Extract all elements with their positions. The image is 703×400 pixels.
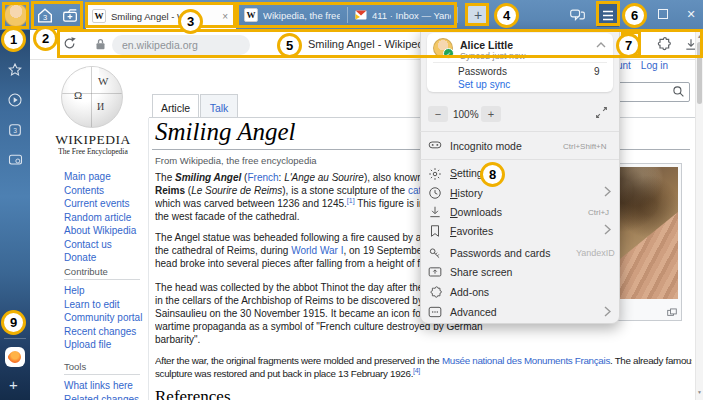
article-title: Smiling Angel [155, 118, 296, 146]
callout-6: 6 [622, 3, 647, 28]
divider [420, 131, 619, 132]
sidebar-link[interactable]: What links here [64, 379, 139, 393]
tab-label: Article [161, 102, 190, 114]
callout-9: 9 [1, 310, 26, 335]
yandex-browser-button[interactable] [5, 347, 25, 367]
menu-item-add-ons[interactable]: Add-ons [450, 286, 489, 298]
maximize-icon [658, 9, 668, 19]
text-segment: barbarity". [155, 334, 200, 345]
divider [64, 374, 140, 375]
sidebar-link[interactable]: Donate [64, 251, 136, 265]
play-icon [7, 92, 23, 108]
highlight-box-new-tab [465, 3, 489, 26]
scroll-down-arrow[interactable]: ▼ [696, 389, 703, 395]
text-segment: Reims [155, 185, 185, 196]
callout-5: 5 [277, 33, 302, 58]
sidebar-link[interactable]: Recent changes [64, 325, 142, 339]
text-segment: ), is a stone sculpture of the [282, 185, 408, 196]
favorites-sidebar-button[interactable] [7, 62, 23, 78]
fullscreen-icon [595, 106, 608, 119]
screencast-sidebar-button[interactable] [7, 152, 23, 168]
screen-camera-icon [7, 152, 24, 168]
text-segment: Smiling Angel [175, 172, 241, 183]
wiki-nav-contribute: HelpLearn to editCommunity portalRecent … [64, 284, 142, 352]
menu-item-favorites[interactable]: Favorites [450, 225, 493, 237]
sidebar-link[interactable]: Community portal [64, 311, 142, 325]
yandex-id-label: YandexID [576, 248, 615, 258]
sidebar-link[interactable]: Help [64, 284, 142, 298]
divider [420, 159, 619, 160]
inline-link[interactable]: World War I [291, 245, 343, 256]
tab-count-icon: 3 [7, 122, 23, 138]
menu-item-advanced[interactable]: Advanced [450, 306, 497, 318]
tab-article[interactable]: Article [152, 94, 199, 118]
passwords-row[interactable]: Passwords [458, 66, 507, 77]
chevron-right-icon [604, 224, 611, 235]
window-close-button[interactable]: ✕ [679, 0, 703, 28]
inline-link[interactable]: Musée national des Monuments Français [442, 355, 610, 366]
text-segment: L'Ange au Sourire [284, 172, 364, 183]
advanced-icon [428, 306, 442, 318]
text-segment: After the war, the original fragments we… [155, 355, 442, 366]
callout-4: 4 [494, 3, 519, 28]
chevron-right-icon [604, 186, 611, 197]
menu-item-downloads[interactable]: Downloads [450, 206, 502, 218]
enlarge-image-button[interactable] [667, 308, 677, 317]
callout-8: 8 [480, 162, 505, 187]
divider [64, 279, 140, 280]
reference-link[interactable]: [1] [347, 197, 355, 204]
divider [457, 7, 458, 23]
callout-1: 1 [1, 27, 26, 52]
menu-item-share-screen[interactable]: Share screen [450, 266, 512, 278]
callout-3: 3 [178, 9, 203, 34]
setup-sync-link[interactable]: Set up sync [458, 79, 510, 90]
sidebar-link[interactable]: Current events [64, 197, 136, 211]
inline-link[interactable]: French [247, 172, 278, 183]
sidebar-link[interactable]: Related changes [64, 393, 139, 400]
zoom-level: 100% [453, 109, 479, 120]
browser-sidebar: 3 + [0, 30, 30, 400]
log-in-link[interactable]: Log in [641, 60, 668, 71]
tab-counter-sidebar-button[interactable]: 3 [7, 122, 23, 138]
settings-icon [428, 167, 442, 181]
wikipedia-wordmark[interactable]: WIKIPEDIA [40, 132, 146, 148]
sidebar-link[interactable]: Main page [64, 170, 136, 184]
tools-heading: Tools [64, 361, 86, 372]
zoom-in-button[interactable]: + [481, 106, 501, 122]
share-screen-icon [428, 266, 442, 279]
highlight-box-active-tab [85, 2, 236, 28]
text-segment: The head was collected by the abbot Thin… [155, 282, 443, 293]
callout-2: 2 [33, 26, 58, 51]
sidebar-link[interactable]: Contents [64, 184, 136, 198]
wikipedia-tagline: The Free Encyclopedia [40, 147, 146, 156]
wikipedia-globe-logo[interactable]: Ω W И [61, 66, 123, 128]
text-segment: Le Sourire de Reims [191, 185, 282, 196]
media-sidebar-button[interactable] [7, 92, 23, 108]
menu-item-history[interactable]: History [450, 187, 483, 199]
text-segment: sculpture was restored and put back in p… [155, 368, 413, 379]
chat-bubbles-icon [569, 8, 586, 23]
highlight-box-tabs [236, 2, 457, 28]
reference-link[interactable]: [4] [413, 367, 420, 374]
minus-icon: − [435, 108, 441, 120]
zoom-out-button[interactable]: − [428, 106, 448, 122]
search-button[interactable] [672, 85, 685, 98]
downloads-menu-icon [428, 205, 442, 219]
text-segment: the west facade of the cathedral. [155, 211, 300, 222]
sidebar-link[interactable]: Contact us [64, 238, 136, 252]
menu-item-incognito[interactable]: Incognito mode [450, 140, 522, 152]
sidebar-add-button[interactable]: + [9, 376, 18, 393]
enlarge-icon [667, 308, 677, 317]
divider [148, 118, 149, 400]
tab-talk[interactable]: Talk [200, 94, 238, 118]
sidebar-link[interactable]: About Wikipedia [64, 224, 136, 238]
sidebar-link[interactable]: Upload file [64, 338, 142, 352]
chats-button[interactable] [567, 6, 587, 24]
window-maximize-button[interactable] [651, 0, 675, 28]
fullscreen-button[interactable] [595, 106, 608, 119]
sidebar-link[interactable]: Random article [64, 211, 136, 225]
contribute-heading: Contribute [64, 266, 108, 277]
sidebar-link[interactable]: Learn to edit [64, 298, 142, 312]
menu-item-passwords-cards[interactable]: Passwords and cards [450, 247, 550, 259]
divider [433, 62, 607, 63]
